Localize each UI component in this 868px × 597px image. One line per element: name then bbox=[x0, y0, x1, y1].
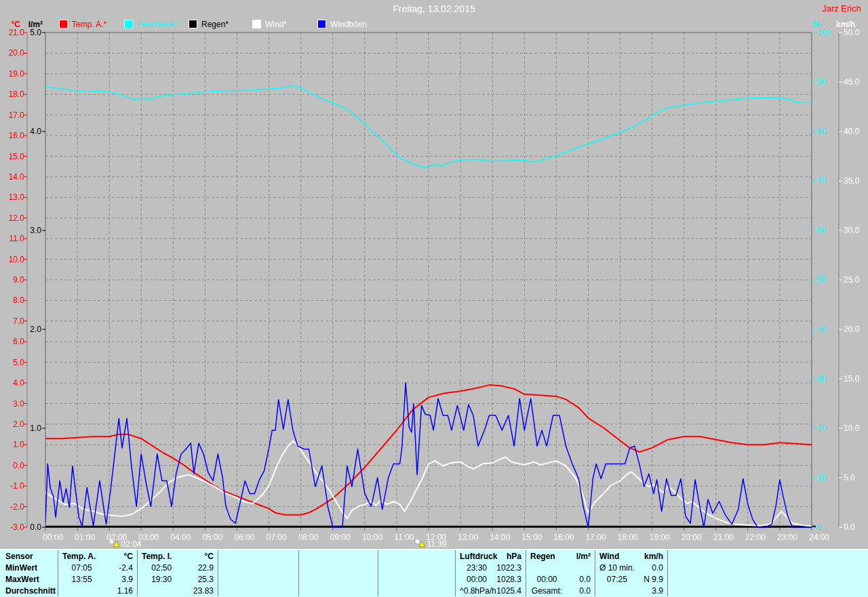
stat-max bbox=[378, 573, 456, 585]
temp-axis-tick-label: 13.0 bbox=[9, 192, 25, 202]
stat-avg bbox=[668, 585, 868, 596]
rain-axis-tick-label: 2.0 bbox=[30, 325, 41, 334]
temp-axis-tick-label: 9.0 bbox=[13, 275, 24, 285]
stat-avg bbox=[299, 585, 378, 596]
wind-axis-tick-label: 10.0 bbox=[844, 424, 860, 433]
stat-col-header bbox=[299, 550, 378, 562]
rain-axis-tick-label: 3.0 bbox=[30, 226, 41, 235]
humidity-axis-tick-label: 20 bbox=[817, 424, 827, 433]
hour-tick-label: 15:00 bbox=[521, 533, 542, 542]
hour-tick-label: 14:00 bbox=[490, 533, 510, 542]
stat-avg: ^0.8hPa/h1025.4 bbox=[456, 585, 526, 596]
stat-col-header: Windkm/h bbox=[595, 550, 668, 562]
temp-axis-tick-label: 21.0 bbox=[9, 28, 25, 37]
stat-max bbox=[218, 573, 299, 585]
weather-chart-window: Freitag, 13.02.2015 Jarz Erich °C l/m² %… bbox=[0, 0, 868, 597]
stat-col-header-time: Regen bbox=[530, 552, 555, 561]
stat-min bbox=[668, 562, 868, 573]
humidity-axis: 1009080706050403020100 bbox=[812, 28, 831, 532]
stat-col-header-time: Temp. A. bbox=[62, 552, 96, 561]
stat-col-header-time: Luftdruck bbox=[460, 552, 497, 561]
hour-tick-label: 19:00 bbox=[650, 533, 670, 542]
stat-avg-value: 1025.4 bbox=[496, 586, 521, 596]
hour-tick-label: 03:00 bbox=[138, 533, 159, 542]
temp-axis-tick-label: 16.0 bbox=[9, 131, 25, 140]
temp-axis: 21.020.019.018.017.016.015.014.013.012.0… bbox=[9, 28, 27, 532]
hour-tick-label: 05:00 bbox=[202, 533, 222, 542]
hour-tick-label: 13:00 bbox=[458, 533, 478, 542]
stat-max bbox=[668, 573, 868, 585]
temp-axis-tick-label: 11.0 bbox=[9, 234, 25, 243]
stat-min: Ø 10 min.0.0 bbox=[595, 562, 668, 573]
stat-min-time: 02:50 bbox=[142, 563, 181, 573]
temp-axis-tick-label: 14.0 bbox=[9, 172, 25, 182]
hour-tick-label: 16:00 bbox=[553, 533, 574, 542]
stat-min-value: 22.9 bbox=[181, 563, 214, 573]
stat-min bbox=[218, 562, 299, 573]
stat-col-header: Temp. I.°C bbox=[138, 550, 218, 562]
hour-tick-label: 22:00 bbox=[745, 533, 766, 542]
stat-avg: 23.83 bbox=[138, 585, 218, 596]
hour-tick-label: 10:00 bbox=[362, 533, 382, 542]
hour-tick-label: 23:00 bbox=[777, 533, 797, 542]
wind-axis-tick-label: 40.0 bbox=[844, 127, 860, 136]
stat-row-label: Durchschnitt bbox=[0, 585, 58, 596]
hour-tick-label: 20:00 bbox=[682, 533, 702, 542]
stat-col-header: Regenl/m² bbox=[526, 550, 595, 562]
rain-axis-tick-label: 1.0 bbox=[30, 424, 41, 433]
hour-tick-label: 07:00 bbox=[267, 533, 287, 542]
stat-min: 23:301022.3 bbox=[456, 562, 526, 573]
temp-axis-tick-label: 12.0 bbox=[9, 213, 25, 223]
stat-col-header-time: Temp. I. bbox=[142, 552, 172, 561]
wind-axis-tick-label: 20.0 bbox=[844, 325, 860, 334]
stat-col-header-value: °C bbox=[205, 552, 214, 561]
stat-col-header-time: Wind bbox=[599, 552, 619, 561]
stat-avg-time: ^0.8hPa/h bbox=[460, 586, 496, 596]
stat-avg: 3.9 bbox=[595, 585, 668, 596]
stat-max-time: 00:00 bbox=[460, 575, 494, 584]
moon-icon bbox=[109, 539, 114, 544]
stat-col-header: LuftdruckhPa bbox=[456, 550, 526, 562]
rain-axis: 5.04.03.02.01.00.0 bbox=[30, 28, 45, 532]
wind-axis-tick-label: 50.0 bbox=[844, 28, 860, 37]
stat-max: 07:25N 9.9 bbox=[595, 573, 668, 585]
temp-axis-tick-label: 17.0 bbox=[9, 110, 25, 120]
stat-min-time: 07:05 bbox=[62, 563, 101, 573]
wind-axis-tick-label: 45.0 bbox=[844, 77, 860, 87]
stat-max-value: 0.0 bbox=[564, 575, 591, 584]
hour-tick-label: 21:00 bbox=[713, 533, 734, 542]
stat-min-value: 0.0 bbox=[635, 563, 663, 573]
hour-tick-label: 01:00 bbox=[75, 533, 95, 542]
temp-axis-tick-label: -2.0 bbox=[10, 502, 24, 512]
temp-axis-tick-label: -3.0 bbox=[10, 522, 24, 532]
stat-avg: 1.16 bbox=[58, 585, 138, 596]
wind-axis-tick-label: 0.0 bbox=[844, 522, 855, 532]
grid-lines bbox=[45, 33, 812, 527]
temp-axis-tick-label: 10.0 bbox=[9, 255, 25, 264]
wind-axis-tick-label: 5.0 bbox=[844, 473, 855, 482]
hour-tick-label: 17:00 bbox=[585, 533, 606, 542]
stat-max: 00:000.0 bbox=[526, 573, 595, 585]
stat-min bbox=[299, 562, 378, 573]
stat-max-value: 25.3 bbox=[181, 575, 214, 584]
stat-max: 00:001028.3 bbox=[456, 573, 526, 585]
stat-max: 13:553.9 bbox=[58, 573, 138, 585]
wind-axis-tick-label: 35.0 bbox=[844, 176, 860, 186]
hour-tick-label: 08:00 bbox=[298, 533, 319, 542]
humidity-axis-tick-label: 70 bbox=[817, 176, 827, 186]
stat-avg bbox=[218, 585, 299, 596]
hour-tick-label: 06:00 bbox=[234, 533, 254, 542]
stat-avg-value: 0.0 bbox=[564, 586, 591, 596]
humidity-axis-tick-label: 60 bbox=[817, 226, 827, 235]
hour-tick-label: 18:00 bbox=[617, 533, 637, 542]
stat-avg bbox=[378, 585, 456, 596]
stat-min-time: 23:30 bbox=[460, 563, 494, 573]
stat-row-label: MaxWert bbox=[0, 573, 58, 585]
sun-marker-time: 11:39 bbox=[427, 539, 447, 549]
sun-marker: 11:39 bbox=[415, 539, 447, 550]
weather-chart[interactable]: 21.020.019.018.017.016.015.014.013.012.0… bbox=[0, 0, 868, 549]
rain-axis-tick-label: 4.0 bbox=[30, 127, 41, 136]
stat-avg-time: Gesamt: bbox=[530, 586, 564, 596]
stat-max bbox=[299, 573, 378, 585]
temp-axis-tick-label: -1.0 bbox=[10, 481, 24, 491]
